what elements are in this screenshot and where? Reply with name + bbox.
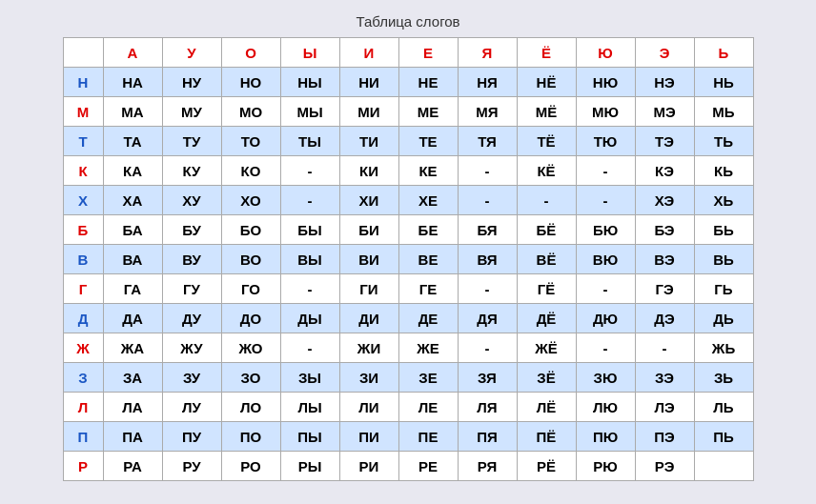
header-vowel: Ю: [576, 38, 635, 68]
syllable-cell: КИ: [339, 156, 398, 186]
syllable-cell: -: [576, 156, 635, 186]
syllable-cell: ЛО: [221, 393, 280, 422]
syllable-cell: ЗЕ: [398, 363, 458, 393]
syllable-cell: ЛЯ: [458, 393, 517, 422]
syllable-cell: БЁ: [517, 215, 576, 245]
table-row: ВВАВУВОВЫВИВЕВЯВЁВЮВЭВЬ: [63, 245, 753, 274]
syllable-cell: ЗУ: [162, 363, 221, 393]
syllable-cell: РЫ: [280, 452, 339, 481]
syllable-cell: -: [280, 274, 339, 304]
syllable-cell: РЯ: [458, 452, 517, 481]
syllable-cell: ПЮ: [576, 422, 635, 452]
syllable-cell: РЕ: [398, 452, 458, 481]
syllable-cell: -: [576, 186, 635, 215]
row-header-letter: К: [63, 156, 103, 186]
table-row: ДДАДУДОДЫДИДЕДЯДЁДЮДЭДЬ: [63, 304, 753, 333]
syllable-cell: ВА: [103, 245, 162, 274]
syllable-cell: ВИ: [339, 245, 398, 274]
syllable-cell: ВУ: [162, 245, 221, 274]
syllable-cell: МУ: [162, 97, 221, 127]
row-header-letter: Л: [63, 393, 103, 422]
syllable-cell: БИ: [339, 215, 398, 245]
syllable-cell: ХО: [221, 186, 280, 215]
syllable-cell: ТЫ: [280, 127, 339, 156]
syllable-cell: РЁ: [517, 452, 576, 481]
syllable-cell: ТЭ: [635, 127, 694, 156]
syllable-cell: ЛЭ: [635, 393, 694, 422]
syllable-cell: ГЭ: [635, 274, 694, 304]
syllable-cell: ДЕ: [398, 304, 458, 333]
syllable-cell: МЮ: [576, 97, 635, 127]
syllable-cell: ДЮ: [576, 304, 635, 333]
syllable-cell: МЬ: [694, 97, 753, 127]
row-header-letter: М: [63, 97, 103, 127]
syllable-cell: МЫ: [280, 97, 339, 127]
table-row: ЖЖАЖУЖО-ЖИЖЕ-ЖЁ--ЖЬ: [63, 333, 753, 363]
syllable-cell: ХЭ: [635, 186, 694, 215]
syllable-cell: ГЬ: [694, 274, 753, 304]
syllable-cell: ЗЯ: [458, 363, 517, 393]
syllable-cell: ХЕ: [398, 186, 458, 215]
table-row: ККАКУКО-КИКЕ-КЁ-КЭКЬ: [63, 156, 753, 186]
syllable-cell: КЁ: [517, 156, 576, 186]
table-row: ТТАТУТОТЫТИТЕТЯТЁТЮТЭТЬ: [63, 127, 753, 156]
syllable-cell: НЁ: [517, 68, 576, 97]
header-vowel: О: [221, 38, 280, 68]
header-vowel: Ё: [517, 38, 576, 68]
syllable-cell: ПЬ: [694, 422, 753, 452]
syllable-cell: ДЫ: [280, 304, 339, 333]
syllable-cell: ЗЫ: [280, 363, 339, 393]
header-vowel: Е: [398, 38, 458, 68]
header-vowel: Ы: [280, 38, 339, 68]
syllable-cell: ДА: [103, 304, 162, 333]
syllable-cell: ЖЕ: [398, 333, 458, 363]
syllable-cell: ГЕ: [398, 274, 458, 304]
syllable-cell: РУ: [162, 452, 221, 481]
syllable-cell: БО: [221, 215, 280, 245]
syllable-cell: НЬ: [694, 68, 753, 97]
table-row: РРАРУРОРЫРИРЕРЯРЁРЮРЭ: [63, 452, 753, 481]
syllable-cell: ЖИ: [339, 333, 398, 363]
syllable-cell: -: [576, 333, 635, 363]
syllable-cell: КУ: [162, 156, 221, 186]
row-header-letter: Г: [63, 274, 103, 304]
syllable-cell: ПО: [221, 422, 280, 452]
table-row: ХХАХУХО-ХИХЕ---ХЭХЬ: [63, 186, 753, 215]
syllable-cell: ВЕ: [398, 245, 458, 274]
syllable-cell: НЯ: [458, 68, 517, 97]
syllable-cell: -: [635, 333, 694, 363]
row-header-letter: Ж: [63, 333, 103, 363]
syllable-cell: ХИ: [339, 186, 398, 215]
syllable-cell: -: [280, 156, 339, 186]
syllable-cell: ТЁ: [517, 127, 576, 156]
syllable-cell: ЖО: [221, 333, 280, 363]
syllable-cell: ГЁ: [517, 274, 576, 304]
syllable-cell: ДЁ: [517, 304, 576, 333]
syllable-cell: ЛЕ: [398, 393, 458, 422]
syllable-cell: ПЁ: [517, 422, 576, 452]
syllable-cell: -: [458, 274, 517, 304]
syllable-cell: ЗА: [103, 363, 162, 393]
syllable-cell: БЕ: [398, 215, 458, 245]
syllable-cell: МЁ: [517, 97, 576, 127]
syllable-cell: ЗИ: [339, 363, 398, 393]
syllable-cell: ГИ: [339, 274, 398, 304]
table-wrapper: АУОЫИЕЯЁЮЭЬННАНУНОНЫНИНЕНЯНЁНЮНЭНЬММАМУМ…: [10, 37, 806, 481]
syllable-cell: ТА: [103, 127, 162, 156]
syllable-cell: РЮ: [576, 452, 635, 481]
syllable-cell: ПУ: [162, 422, 221, 452]
syllable-cell: ДЬ: [694, 304, 753, 333]
syllable-cell: ВЭ: [635, 245, 694, 274]
syllable-cell: ДИ: [339, 304, 398, 333]
header-vowel: Э: [635, 38, 694, 68]
syllable-table: АУОЫИЕЯЁЮЭЬННАНУНОНЫНИНЕНЯНЁНЮНЭНЬММАМУМ…: [63, 37, 754, 481]
syllable-cell: НО: [221, 68, 280, 97]
syllable-cell: ЛЁ: [517, 393, 576, 422]
table-row: ЗЗАЗУЗОЗЫЗИЗЕЗЯЗЁЗЮЗЭЗЬ: [63, 363, 753, 393]
row-header-letter: В: [63, 245, 103, 274]
syllable-cell: ЖЁ: [517, 333, 576, 363]
syllable-cell: ТЕ: [398, 127, 458, 156]
syllable-cell: ЛЬ: [694, 393, 753, 422]
syllable-cell: ТУ: [162, 127, 221, 156]
header-vowel: А: [103, 38, 162, 68]
